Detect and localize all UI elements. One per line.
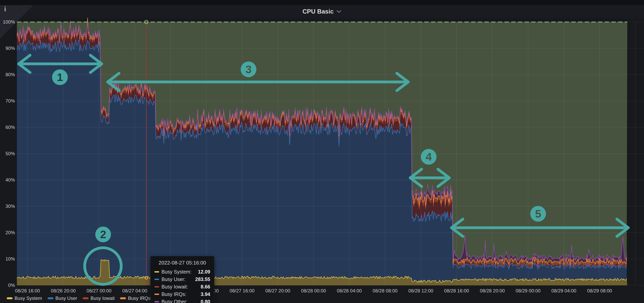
tooltip-series-value: 3.94 <box>200 292 210 297</box>
x-axis-label: 08/29 08:00 <box>587 288 612 294</box>
legend-label: Busy IRQs <box>128 296 150 301</box>
annotation-number: 4 <box>426 150 432 163</box>
legend-label: Busy System <box>14 296 42 301</box>
annotation-number: 5 <box>535 208 541 220</box>
x-axis-label: 08/29 04:00 <box>552 288 576 294</box>
tooltip-series-label: Busy Other: <box>162 299 188 303</box>
hover-tooltip: 2022-08-27 05:16:00 Busy System:12.09Bus… <box>150 256 214 303</box>
y-axis-label: 60% <box>0 124 15 130</box>
tooltip-series-swatch <box>154 271 159 272</box>
y-axis-label: 20% <box>0 230 15 236</box>
x-axis-label: 08/28 20:00 <box>480 288 505 294</box>
x-axis-label: 08/28 04:00 <box>337 288 362 294</box>
x-axis-label: 08/26 20:00 <box>51 288 76 294</box>
annotation-number: 1 <box>57 71 63 83</box>
tooltip-row: Busy IRQs:3.94 <box>154 292 210 297</box>
annotation-number: 2 <box>100 228 106 240</box>
y-axis-label: 70% <box>0 98 15 104</box>
x-axis-label: 08/28 16:00 <box>444 288 469 294</box>
legend-swatch <box>120 297 126 299</box>
legend-item[interactable]: Busy User <box>48 296 77 301</box>
x-axis-label: 08/29 00:00 <box>516 288 541 294</box>
x-axis-label: 08/27 04:00 <box>122 288 147 294</box>
tooltip-series-label: Busy System: <box>162 269 192 275</box>
tooltip-series-value: 8.66 <box>200 284 210 290</box>
x-axis-label: 08/28 12:00 <box>408 288 434 294</box>
y-axis-label: 10% <box>0 256 15 262</box>
tooltip-series-label: Busy IRQs: <box>162 292 186 297</box>
tooltip-row: Busy User:283.55 <box>154 276 210 282</box>
legend-item[interactable]: Busy Iowait <box>83 296 115 301</box>
y-axis-label: 80% <box>0 72 15 78</box>
legend-swatch <box>48 297 54 299</box>
tooltip-series-swatch <box>154 279 159 280</box>
cpu-usage-stacked-area-chart[interactable]: 12345 <box>0 0 644 303</box>
legend-item[interactable]: Busy System <box>7 296 42 301</box>
tooltip-row: Busy Iowait:8.66 <box>154 284 210 290</box>
x-axis-label: 08/27 20:00 <box>266 288 290 294</box>
tooltip-row: Busy Other:0.80 <box>154 299 210 303</box>
legend-swatch <box>7 297 12 299</box>
annotation-number: 3 <box>246 63 252 76</box>
tooltip-series-label: Busy User: <box>162 276 186 282</box>
x-axis-label: 08/28 08:00 <box>373 288 398 294</box>
x-axis-label: 08/26 16:00 <box>15 288 40 294</box>
y-axis-label: 40% <box>0 177 15 183</box>
y-axis-label: 100% <box>0 19 15 25</box>
y-axis-label: 90% <box>0 46 15 51</box>
legend-label: Busy User <box>56 296 77 301</box>
tooltip-series-value: 12.09 <box>198 269 210 275</box>
legend-swatch <box>83 297 88 299</box>
legend: Busy SystemBusy UserBusy IowaitBusy IRQs <box>7 296 150 301</box>
y-axis-label: 50% <box>0 151 15 156</box>
y-axis-label: 0% <box>0 282 15 288</box>
tooltip-series-label: Busy Iowait: <box>162 284 188 290</box>
x-axis-label: 08/28 00:00 <box>301 288 326 294</box>
y-axis-label: 30% <box>0 204 15 209</box>
legend-label: Busy Iowait <box>90 296 115 301</box>
tooltip-row: Busy System:12.09 <box>154 269 210 275</box>
x-axis-label: 08/27 16:00 <box>230 288 254 294</box>
tooltip-series-swatch <box>154 294 159 295</box>
series-fills <box>17 18 627 285</box>
tooltip-timestamp: 2022-08-27 05:16:00 <box>154 260 210 266</box>
legend-item[interactable]: Busy IRQs <box>120 296 150 301</box>
x-axis-label: 08/27 00:00 <box>87 288 112 294</box>
tooltip-series-swatch <box>154 301 159 302</box>
tooltip-series-value: 283.55 <box>195 276 210 282</box>
tooltip-series-value: 0.80 <box>200 299 210 303</box>
tooltip-series-swatch <box>154 286 159 288</box>
